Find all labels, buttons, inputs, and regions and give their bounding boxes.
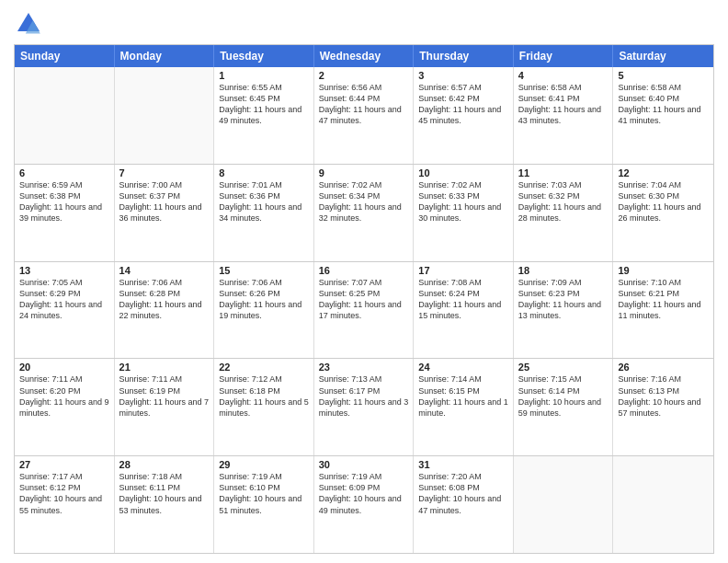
logo-icon [14,9,43,39]
calendar-cell: 15Sunrise: 7:06 AM Sunset: 6:26 PM Dayli… [214,262,314,359]
day-number: 27 [19,459,109,470]
calendar-cell: 18Sunrise: 7:09 AM Sunset: 6:23 PM Dayli… [514,262,614,359]
day-number: 14 [119,265,210,276]
calendar-cell: 29Sunrise: 7:19 AM Sunset: 6:10 PM Dayli… [214,456,314,553]
day-number: 2 [319,70,409,81]
cell-info: Sunrise: 7:09 AM Sunset: 6:23 PM Dayligh… [518,277,609,322]
cell-info: Sunrise: 7:19 AM Sunset: 6:09 PM Dayligh… [319,471,409,516]
header-day-saturday: Saturday [613,45,713,67]
cell-info: Sunrise: 7:02 AM Sunset: 6:34 PM Dayligh… [319,179,409,224]
calendar-cell [613,456,713,553]
cell-info: Sunrise: 7:07 AM Sunset: 6:25 PM Dayligh… [319,277,409,322]
cell-info: Sunrise: 7:01 AM Sunset: 6:36 PM Dayligh… [219,179,309,224]
cell-info: Sunrise: 6:56 AM Sunset: 6:44 PM Dayligh… [319,82,409,127]
calendar-cell: 8Sunrise: 7:01 AM Sunset: 6:36 PM Daylig… [214,165,314,261]
cell-info: Sunrise: 6:58 AM Sunset: 6:41 PM Dayligh… [518,82,609,127]
cell-info: Sunrise: 7:14 AM Sunset: 6:15 PM Dayligh… [418,373,508,419]
calendar-cell: 28Sunrise: 7:18 AM Sunset: 6:11 PM Dayli… [115,456,215,553]
calendar-cell: 3Sunrise: 6:57 AM Sunset: 6:42 PM Daylig… [414,67,514,164]
day-number: 23 [319,362,409,373]
calendar-cell [514,456,614,553]
day-number: 4 [518,70,609,81]
calendar-cell: 11Sunrise: 7:03 AM Sunset: 6:32 PM Dayli… [514,165,614,261]
cell-info: Sunrise: 7:11 AM Sunset: 6:20 PM Dayligh… [19,373,109,419]
cell-info: Sunrise: 7:03 AM Sunset: 6:32 PM Dayligh… [518,179,609,224]
calendar-header: SundayMondayTuesdayWednesdayThursdayFrid… [15,45,713,67]
cell-info: Sunrise: 7:06 AM Sunset: 6:28 PM Dayligh… [119,277,210,322]
calendar-cell: 20Sunrise: 7:11 AM Sunset: 6:20 PM Dayli… [15,359,115,455]
day-number: 7 [119,167,210,178]
day-number: 25 [518,362,609,373]
calendar-cell: 22Sunrise: 7:12 AM Sunset: 6:18 PM Dayli… [214,359,314,455]
cell-info: Sunrise: 6:57 AM Sunset: 6:42 PM Dayligh… [418,82,508,127]
calendar-cell: 21Sunrise: 7:11 AM Sunset: 6:19 PM Dayli… [115,359,215,455]
cell-info: Sunrise: 7:00 AM Sunset: 6:37 PM Dayligh… [119,179,210,224]
cell-info: Sunrise: 6:58 AM Sunset: 6:40 PM Dayligh… [618,82,709,127]
calendar-cell [115,67,215,164]
day-number: 15 [219,265,309,276]
calendar-cell: 13Sunrise: 7:05 AM Sunset: 6:29 PM Dayli… [15,262,115,359]
cell-info: Sunrise: 7:16 AM Sunset: 6:13 PM Dayligh… [618,373,709,419]
day-number: 11 [518,167,609,178]
header [14,9,714,39]
calendar: SundayMondayTuesdayWednesdayThursdayFrid… [14,44,714,554]
calendar-row-3: 13Sunrise: 7:05 AM Sunset: 6:29 PM Dayli… [15,261,713,359]
cell-info: Sunrise: 7:02 AM Sunset: 6:33 PM Dayligh… [418,179,508,224]
day-number: 6 [19,167,109,178]
cell-info: Sunrise: 7:06 AM Sunset: 6:26 PM Dayligh… [219,277,309,322]
logo [14,9,47,39]
cell-info: Sunrise: 6:55 AM Sunset: 6:45 PM Dayligh… [219,82,309,127]
day-number: 21 [119,362,210,373]
calendar-cell: 12Sunrise: 7:04 AM Sunset: 6:30 PM Dayli… [613,165,713,261]
calendar-cell: 30Sunrise: 7:19 AM Sunset: 6:09 PM Dayli… [314,456,415,553]
day-number: 16 [319,265,409,276]
cell-info: Sunrise: 7:17 AM Sunset: 6:12 PM Dayligh… [19,471,109,516]
header-day-monday: Monday [115,45,215,67]
cell-info: Sunrise: 7:19 AM Sunset: 6:10 PM Dayligh… [219,471,309,516]
calendar-cell: 6Sunrise: 6:59 AM Sunset: 6:38 PM Daylig… [15,165,115,261]
calendar-cell: 16Sunrise: 7:07 AM Sunset: 6:25 PM Dayli… [314,262,415,359]
calendar-body: 1Sunrise: 6:55 AM Sunset: 6:45 PM Daylig… [15,67,713,553]
calendar-cell: 5Sunrise: 6:58 AM Sunset: 6:40 PM Daylig… [613,67,713,164]
day-number: 19 [618,265,709,276]
day-number: 13 [19,265,109,276]
day-number: 30 [319,459,409,470]
cell-info: Sunrise: 7:10 AM Sunset: 6:21 PM Dayligh… [618,277,709,322]
calendar-cell: 9Sunrise: 7:02 AM Sunset: 6:34 PM Daylig… [314,165,415,261]
cell-info: Sunrise: 7:04 AM Sunset: 6:30 PM Dayligh… [618,179,709,224]
day-number: 10 [418,167,508,178]
calendar-cell: 24Sunrise: 7:14 AM Sunset: 6:15 PM Dayli… [414,359,514,455]
day-number: 18 [518,265,609,276]
day-number: 9 [319,167,409,178]
cell-info: Sunrise: 7:20 AM Sunset: 6:08 PM Dayligh… [418,471,508,516]
calendar-cell: 23Sunrise: 7:13 AM Sunset: 6:17 PM Dayli… [314,359,415,455]
calendar-cell: 31Sunrise: 7:20 AM Sunset: 6:08 PM Dayli… [414,456,514,553]
calendar-cell: 7Sunrise: 7:00 AM Sunset: 6:37 PM Daylig… [115,165,215,261]
calendar-row-5: 27Sunrise: 7:17 AM Sunset: 6:12 PM Dayli… [15,455,713,553]
day-number: 22 [219,362,309,373]
calendar-row-1: 1Sunrise: 6:55 AM Sunset: 6:45 PM Daylig… [15,67,713,164]
calendar-cell: 10Sunrise: 7:02 AM Sunset: 6:33 PM Dayli… [414,165,514,261]
header-day-wednesday: Wednesday [314,45,415,67]
day-number: 1 [219,70,309,81]
header-day-thursday: Thursday [414,45,514,67]
day-number: 17 [418,265,508,276]
header-day-friday: Friday [514,45,614,67]
header-day-sunday: Sunday [15,45,115,67]
day-number: 8 [219,167,309,178]
calendar-cell: 26Sunrise: 7:16 AM Sunset: 6:13 PM Dayli… [613,359,713,455]
day-number: 5 [618,70,709,81]
cell-info: Sunrise: 7:08 AM Sunset: 6:24 PM Dayligh… [418,277,508,322]
cell-info: Sunrise: 7:11 AM Sunset: 6:19 PM Dayligh… [119,373,210,419]
cell-info: Sunrise: 7:15 AM Sunset: 6:14 PM Dayligh… [518,373,609,419]
calendar-cell: 1Sunrise: 6:55 AM Sunset: 6:45 PM Daylig… [214,67,314,164]
day-number: 29 [219,459,309,470]
day-number: 20 [19,362,109,373]
calendar-cell: 27Sunrise: 7:17 AM Sunset: 6:12 PM Dayli… [15,456,115,553]
calendar-cell: 2Sunrise: 6:56 AM Sunset: 6:44 PM Daylig… [314,67,415,164]
calendar-cell [15,67,115,164]
calendar-cell: 14Sunrise: 7:06 AM Sunset: 6:28 PM Dayli… [115,262,215,359]
day-number: 12 [618,167,709,178]
cell-info: Sunrise: 6:59 AM Sunset: 6:38 PM Dayligh… [19,179,109,224]
cell-info: Sunrise: 7:18 AM Sunset: 6:11 PM Dayligh… [119,471,210,516]
